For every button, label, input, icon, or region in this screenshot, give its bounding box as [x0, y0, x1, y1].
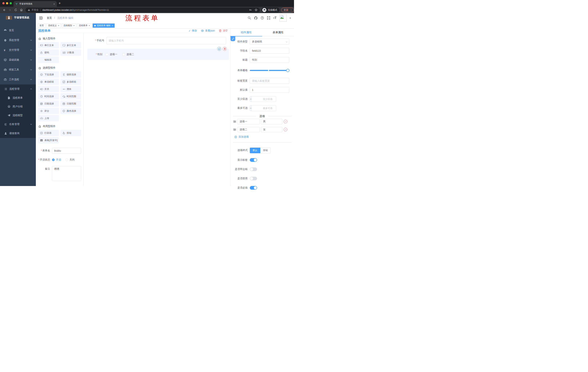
view-json-button[interactable]: 查看json [201, 29, 215, 32]
remove-option-button[interactable]: − [284, 128, 287, 131]
component-item-radio-group[interactable]: 单选框组 [38, 79, 59, 85]
canvas-field-gender-selected[interactable]: *性别 选项一 选项二 [87, 49, 229, 60]
drag-handle-icon[interactable] [233, 120, 236, 123]
default-value-input[interactable] [250, 87, 289, 93]
component-item-time-range[interactable]: 时间范围 [60, 93, 81, 100]
sidebar-item-infrastructure[interactable]: 基础设施 [0, 55, 36, 65]
fullscreen-icon[interactable] [267, 16, 270, 20]
github-icon[interactable] [254, 16, 258, 20]
component-item-date-picker[interactable]: 日期选择 [38, 100, 59, 107]
sidebar-toggle-icon[interactable] [39, 17, 42, 20]
window-minimize-button[interactable] [6, 2, 8, 4]
gender-option1-checkbox[interactable] [106, 53, 108, 56]
component-item-counter[interactable]: 123 计数器 [60, 49, 81, 56]
component-item-slider[interactable]: 滑块 [60, 86, 81, 92]
component-item-multi-line-text[interactable]: 多行文本 [60, 42, 81, 48]
add-option-button[interactable]: 添加选项 [234, 135, 294, 138]
sidebar-item-dev-tools[interactable]: 研发工具 [0, 65, 36, 74]
component-item-button[interactable]: 按钮 [60, 130, 81, 136]
url-path[interactable]: /bpm/manager/form/edit?formId=11 [72, 9, 109, 11]
option1-name-input[interactable] [237, 119, 260, 124]
tag-close-icon[interactable]: × [89, 24, 90, 27]
sidebar-item-home[interactable]: 首页 [0, 25, 36, 35]
sidebar-item-payment[interactable]: ¥ 支付管理 [0, 45, 36, 55]
avatar[interactable] [279, 14, 287, 22]
title-input[interactable] [250, 57, 289, 63]
tag-close-icon[interactable]: × [73, 24, 75, 27]
security-warning-icon[interactable] [28, 9, 30, 11]
sidebar-item-process-form[interactable]: 流程表单 [0, 94, 36, 102]
with-border-toggle[interactable] [250, 167, 257, 171]
update-label[interactable]: 更新 [284, 8, 288, 12]
chevron-down-icon[interactable]: ▾ [290, 17, 291, 19]
show-label-toggle[interactable] [250, 158, 257, 162]
duplicate-component-button[interactable] [217, 47, 221, 51]
back-icon[interactable] [2, 8, 6, 12]
component-item-select[interactable]: 下拉选择 [38, 71, 59, 78]
status-off-label[interactable]: 关闭 [70, 158, 74, 161]
component-item-checkbox-group[interactable]: 多选框组 [60, 79, 81, 85]
tag-process-form-edit[interactable]: 流程表单-编辑× [93, 23, 115, 28]
browser-update-menu[interactable]: 更新 ⋮ [281, 8, 294, 12]
component-item-switch[interactable]: 开关 [38, 86, 59, 92]
form-grid-slider[interactable] [250, 70, 288, 71]
sidebar-item-system[interactable]: 系统管理 [0, 35, 36, 45]
sidebar-item-leave-query[interactable]: 请假查询 [0, 129, 36, 138]
option2-name-input[interactable] [237, 127, 260, 132]
max-select-input[interactable] [252, 105, 276, 111]
home-icon[interactable] [20, 8, 23, 11]
form-name-input[interactable] [52, 148, 81, 154]
component-item-editor[interactable]: 编辑器 [38, 57, 59, 63]
form-canvas[interactable]: *手机号 *性别 [84, 33, 230, 186]
new-tab-button[interactable]: + [59, 1, 61, 5]
window-close-button[interactable] [2, 2, 5, 4]
address-bar[interactable]: 不安全 dashboard.yudao.iocoder.cn/bpm/manag… [25, 8, 260, 12]
clear-button[interactable]: 清空 [219, 29, 228, 32]
component-item-cascader[interactable]: 级联选择 [60, 71, 81, 78]
search-icon[interactable] [248, 16, 251, 20]
style-button-button[interactable]: 按钮 [260, 148, 271, 153]
component-item-date-range[interactable]: 日期范围 [60, 100, 81, 107]
slider-handle[interactable] [286, 69, 289, 72]
sidebar-item-user-group[interactable]: 用户分组 [0, 102, 36, 111]
tab-component-props[interactable]: 组件属性 [230, 29, 262, 36]
status-on-label[interactable]: 开启 [56, 158, 61, 161]
status-on-radio[interactable] [52, 159, 55, 161]
stepper-decrease-button[interactable]: − [250, 105, 252, 111]
url-host[interactable]: dashboard.yudao.iocoder.cn [42, 9, 72, 11]
security-label[interactable]: 不安全 [32, 8, 39, 12]
macos-window-controls[interactable] [2, 2, 12, 4]
delete-component-button[interactable] [223, 47, 227, 51]
canvas-field-phone[interactable]: *手机号 [84, 37, 226, 44]
reload-icon[interactable] [14, 8, 17, 11]
tab-close-icon[interactable]: × [53, 2, 55, 5]
min-select-input[interactable] [252, 96, 276, 102]
field-name-input[interactable] [250, 48, 289, 54]
tag-close-icon[interactable]: × [112, 24, 113, 27]
gender-option2-checkbox[interactable] [122, 53, 125, 56]
remove-option-button[interactable]: − [284, 120, 287, 123]
label-width-input[interactable] [250, 78, 289, 84]
component-item-rate[interactable]: 评分 [38, 108, 59, 114]
tab-form-props[interactable]: 表单属性 [262, 29, 294, 36]
component-item-row-container[interactable]: 行容器 [38, 130, 59, 136]
component-item-upload[interactable]: 上传 [38, 115, 59, 121]
tag-process-model[interactable]: 流程模型× [62, 23, 76, 28]
kebab-menu-icon[interactable]: ⋮ [290, 9, 292, 11]
collapse-panel-link-icon[interactable] [231, 36, 235, 41]
disabled-toggle[interactable] [250, 177, 257, 180]
tag-process-form[interactable]: 流程表单× [77, 23, 92, 28]
tag-process-definition[interactable]: 流程定义× [46, 23, 61, 28]
sidebar-item-process-model[interactable]: 流程模型 [0, 111, 36, 120]
option1-value-input[interactable] [261, 119, 282, 124]
component-type-select[interactable]: 多选框组 [250, 39, 289, 45]
browser-tab[interactable]: 芋道管理系统 × [13, 1, 57, 7]
breadcrumb-home[interactable]: 首页 [47, 16, 52, 19]
password-key-icon[interactable] [249, 8, 252, 11]
component-item-color-picker[interactable]: 颜色选择 [60, 108, 81, 114]
component-item-table[interactable]: 表格[开发中] [38, 137, 59, 143]
status-off-radio[interactable] [65, 159, 68, 161]
sidebar-item-process-management[interactable]: 流程管理 [0, 85, 36, 94]
component-item-password[interactable]: 密码 [38, 49, 59, 56]
tag-home[interactable]: 首页 [38, 23, 45, 28]
